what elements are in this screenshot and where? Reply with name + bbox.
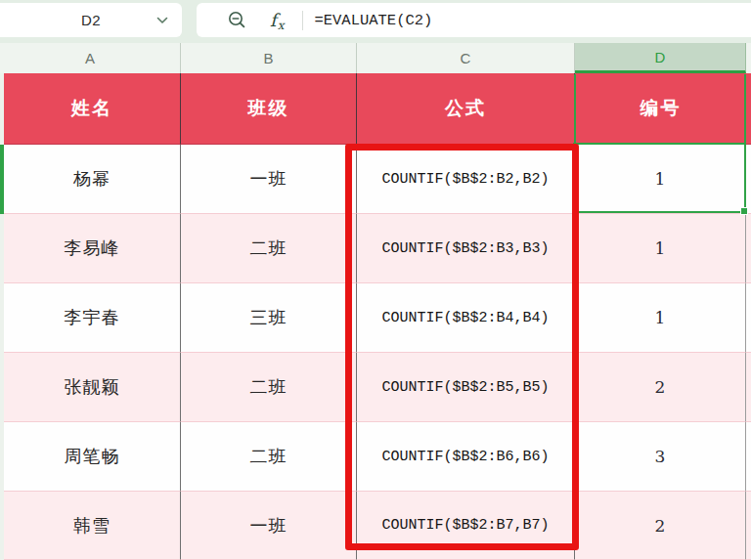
cell-a3[interactable]: 李易峰 [4, 214, 181, 283]
formula-bar[interactable]: fx =EVALUATE(C2) [197, 3, 751, 37]
cell-c2[interactable]: COUNTIF($B$2:B2,B2) [357, 145, 575, 214]
header-cell-c1[interactable]: 公式 [357, 73, 575, 145]
cell-a6[interactable]: 周笔畅 [4, 422, 181, 492]
column-header-c[interactable]: C [357, 43, 575, 73]
cell-d7[interactable]: 2 [575, 492, 746, 560]
name-box-value: D2 [81, 12, 101, 28]
chevron-down-icon[interactable] [156, 17, 168, 24]
fx-insert-function-icon[interactable]: fx [270, 10, 283, 30]
column-header-d-selected[interactable]: D [575, 43, 746, 73]
cell-d2-selected[interactable]: 1 [575, 145, 746, 214]
cell-b7[interactable]: 一班 [181, 492, 357, 560]
cell-d6[interactable]: 3 [575, 422, 746, 492]
cell-e5-sliver[interactable] [746, 353, 751, 422]
cell-b4[interactable]: 三班 [181, 283, 357, 353]
cell-c4[interactable]: COUNTIF($B$2:B4,B4) [357, 283, 575, 353]
cell-a4[interactable]: 李宇春 [4, 283, 181, 353]
cell-e7-sliver[interactable] [746, 492, 751, 560]
cell-c5[interactable]: COUNTIF($B$2:B5,B5) [357, 353, 575, 422]
cell-d4[interactable]: 1 [575, 283, 746, 353]
cell-e3-sliver[interactable] [746, 214, 751, 283]
column-header-b[interactable]: B [181, 43, 357, 73]
header-cell-a1[interactable]: 姓名 [4, 73, 181, 145]
column-header-a[interactable]: A [0, 43, 181, 73]
cell-a2[interactable]: 杨幂 [4, 145, 181, 214]
cell-b3[interactable]: 二班 [181, 214, 357, 283]
cell-c7[interactable]: COUNTIF($B$2:B7,B7) [357, 492, 575, 560]
cell-a7[interactable]: 韩雪 [4, 492, 181, 560]
zoom-out-search-icon[interactable] [228, 11, 246, 29]
cell-c6[interactable]: COUNTIF($B$2:B6,B6) [357, 422, 575, 492]
cell-a5[interactable]: 张靓颖 [4, 353, 181, 422]
formula-bar-input[interactable]: =EVALUATE(C2) [314, 12, 432, 29]
cell-b6[interactable]: 二班 [181, 422, 357, 492]
cell-e2-sliver[interactable] [746, 145, 751, 214]
cell-d5[interactable]: 2 [575, 353, 746, 422]
header-cell-e1-sliver [746, 73, 751, 145]
column-header-strip: A B C D [0, 43, 751, 73]
formula-toolbar: D2 fx =EVALUATE(C2) [0, 0, 751, 43]
cell-e6-sliver[interactable] [746, 422, 751, 492]
name-box[interactable]: D2 [0, 3, 182, 37]
cell-d3[interactable]: 1 [575, 214, 746, 283]
cell-b2[interactable]: 一班 [181, 145, 357, 214]
header-cell-d1[interactable]: 编号 [575, 73, 746, 145]
header-cell-b1[interactable]: 班级 [181, 73, 357, 145]
spreadsheet-grid: 姓名 班级 公式 编号 杨幂 一班 COUNTIF($B$2:B2,B2) 1 … [0, 73, 751, 560]
cell-c3[interactable]: COUNTIF($B$2:B3,B3) [357, 214, 575, 283]
cell-b5[interactable]: 二班 [181, 353, 357, 422]
cell-e4-sliver[interactable] [746, 283, 751, 353]
formula-bar-separator [302, 11, 303, 30]
